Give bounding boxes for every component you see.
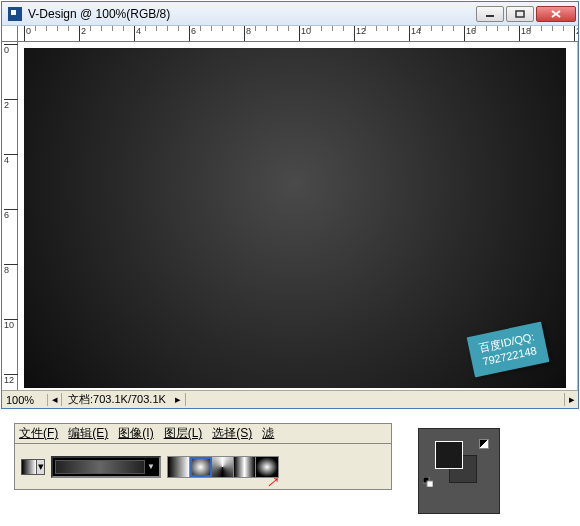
foreground-color-swatch[interactable] [435, 441, 463, 469]
canvas-viewport[interactable]: 百度ID/QQ: 792722148 [18, 42, 578, 390]
close-button[interactable] [536, 6, 576, 22]
ruler-vertical[interactable]: 024681012 [2, 42, 18, 390]
app-icon [8, 7, 22, 21]
canvas[interactable]: 百度ID/QQ: 792722148 [24, 48, 566, 388]
chevron-down-icon: ▼ [145, 462, 157, 471]
gradient-picker[interactable]: ▼ [51, 456, 161, 478]
statusbar: 100% ◂ 文档:703.1K/703.1K ▸ ▸ [2, 390, 578, 408]
ruler-h-tick: 4 [134, 26, 141, 42]
ruler-h-tick: 6 [189, 26, 196, 42]
ruler-h-tick: 20 [574, 26, 578, 42]
docinfo-value: 703.1K/703.1K [93, 393, 166, 405]
svg-rect-1 [516, 11, 524, 17]
gradient-linear-button[interactable] [168, 457, 190, 477]
tool-preset-dropdown[interactable]: ▾ [37, 459, 45, 475]
menu-layer[interactable]: 图层(L) [164, 425, 203, 442]
gradient-angle-button[interactable] [212, 457, 234, 477]
document-window: V-Design @ 100%(RGB/8) 02468101214161820… [1, 1, 579, 409]
scroll-right-button[interactable]: ▸ [564, 393, 578, 406]
ruler-h-tick: 0 [24, 26, 31, 42]
scroll-left-button[interactable]: ◂ [48, 393, 62, 406]
gradient-reflected-button[interactable] [234, 457, 256, 477]
ruler-h-tick: 2 [79, 26, 86, 42]
document-info[interactable]: 文档:703.1K/703.1K [62, 392, 172, 407]
menu-edit[interactable]: 编辑(E) [68, 425, 108, 442]
menu-filter[interactable]: 滤 [262, 425, 274, 442]
minimize-button[interactable] [476, 6, 504, 22]
zoom-level[interactable]: 100% [2, 394, 48, 406]
ruler-h-tick: 8 [244, 26, 251, 42]
menu-select[interactable]: 选择(S) [212, 425, 252, 442]
gradient-diamond-button[interactable] [256, 457, 278, 477]
menu-file[interactable]: 文件(F) [19, 425, 58, 442]
swap-colors-icon[interactable] [479, 439, 489, 449]
gradient-radial-button[interactable] [190, 457, 212, 477]
ruler-horizontal[interactable]: 02468101214161820 [18, 26, 578, 42]
window-title: V-Design @ 100%(RGB/8) [28, 7, 476, 21]
menu-image[interactable]: 图像(I) [118, 425, 153, 442]
gradient-swatch [55, 460, 145, 474]
color-swatch-panel [418, 428, 500, 490]
docinfo-menu-button[interactable]: ▸ [172, 393, 186, 406]
default-colors-icon[interactable] [423, 477, 433, 487]
gradient-type-group [167, 456, 279, 478]
menubar: 文件(F) 编辑(E) 图像(I) 图层(L) 选择(S) 滤 [14, 423, 392, 444]
watermark-sticker: 百度ID/QQ: 792722148 [466, 322, 549, 378]
ruler-origin[interactable] [2, 26, 18, 42]
docinfo-label: 文档: [68, 393, 93, 405]
tool-preset-preview[interactable] [21, 459, 37, 475]
svg-rect-5 [427, 481, 433, 487]
maximize-button[interactable] [506, 6, 534, 22]
titlebar[interactable]: V-Design @ 100%(RGB/8) [2, 2, 578, 26]
options-bar: ▾ ▼ → [14, 444, 392, 490]
